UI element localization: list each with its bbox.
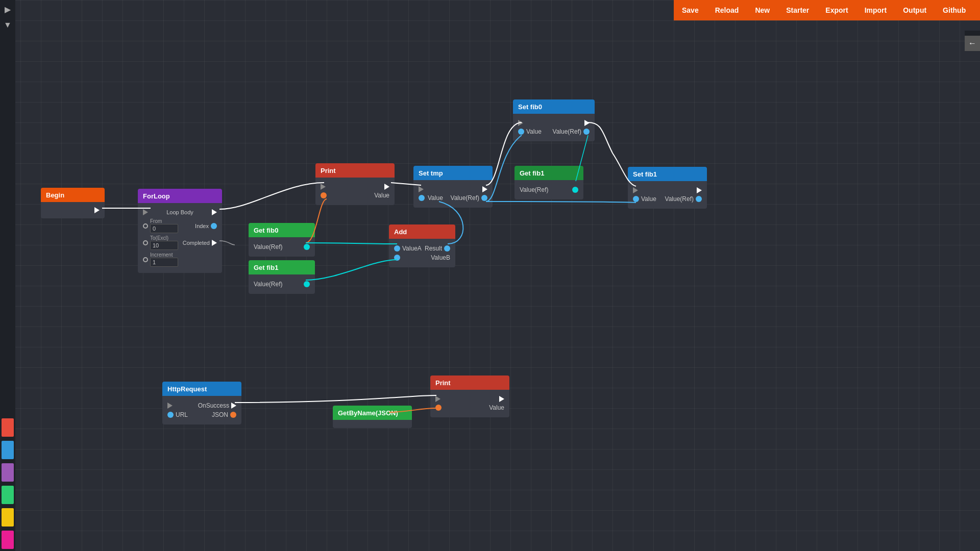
forloop-to-input[interactable] [150, 241, 178, 250]
canvas[interactable] [0, 0, 980, 551]
getfib1mid-value-row: Value(Ref) [520, 186, 578, 193]
node-getbyjson-title: GetByName(JSON) [338, 409, 398, 417]
node-getfib0[interactable]: Get fib0 Value(Ref) [249, 223, 315, 257]
setfib0-exec-out[interactable] [584, 120, 590, 126]
setfib0-exec-in[interactable] [518, 120, 523, 126]
node-add[interactable]: Add ValueA Result ValueB [389, 224, 455, 267]
httprequest-exec-in[interactable] [167, 403, 173, 409]
settmp-value-in-port[interactable] [419, 195, 425, 201]
httprequest-url-port[interactable] [167, 412, 174, 418]
new-button[interactable]: New [747, 0, 778, 20]
setfib1-exec-out[interactable] [697, 187, 702, 193]
add-result-port[interactable] [444, 245, 450, 252]
getfib1-value-label: Value(Ref) [254, 281, 282, 288]
print1-value-row: Value [321, 192, 389, 199]
node-getfib1-mid[interactable]: Get fib1 Value(Ref) [514, 166, 583, 199]
print2-exec-out[interactable] [499, 396, 504, 402]
print1-exec-in[interactable] [321, 184, 326, 190]
forloop-from-input[interactable] [150, 224, 178, 233]
forloop-from-port[interactable] [143, 223, 148, 229]
node-settmp-title: Set tmp [419, 169, 443, 177]
forloop-increment-input[interactable] [150, 258, 178, 267]
settmp-exec-out[interactable] [482, 186, 487, 192]
settmp-valueref-port[interactable] [481, 195, 487, 201]
add-valueb-port[interactable] [394, 255, 400, 261]
print1-exec-out[interactable] [384, 184, 389, 190]
sidebar-color-red[interactable] [2, 418, 14, 437]
node-print2[interactable]: Print Value [430, 375, 509, 417]
github-button[interactable]: Github [935, 0, 974, 20]
settmp-value-label: Value [428, 194, 443, 202]
node-begin-body [41, 202, 105, 218]
right-sidebar-arrow[interactable]: ← [965, 36, 980, 51]
getfib1-value-row: Value(Ref) [254, 281, 310, 288]
node-httprequest-body: OnSuccess URL JSON [162, 396, 241, 424]
node-setfib1-body: Value Value(Ref) [628, 181, 707, 209]
forloop-from-row: From Index [143, 218, 217, 233]
node-getfib0-header: Get fib0 [249, 223, 315, 237]
setfib0-valueref-label: Value(Ref) [553, 128, 581, 135]
reload-button[interactable]: Reload [707, 0, 747, 20]
output-button[interactable]: Output [895, 0, 935, 20]
sidebar-color-green[interactable] [2, 486, 14, 504]
node-getbyjson-body [333, 420, 412, 428]
setfib0-exec-row [518, 120, 590, 126]
setfib1-value-in-port[interactable] [633, 196, 639, 202]
forloop-completed-port[interactable] [212, 240, 217, 246]
node-add-header: Add [389, 224, 455, 239]
getfib1-value-port[interactable] [304, 281, 310, 287]
node-httprequest[interactable]: HttpRequest OnSuccess URL JSON [162, 382, 241, 424]
node-forloop-header: ForLoop [138, 189, 222, 203]
node-print2-body: Value [430, 390, 509, 417]
forloop-to-row: To(Excl) Completed [143, 235, 217, 250]
getfib0-value-row: Value(Ref) [254, 243, 310, 251]
node-begin[interactable]: Begin [41, 188, 105, 218]
node-setfib0-title: Set fib0 [518, 103, 542, 111]
code-button[interactable]: Code [974, 0, 980, 20]
httprequest-onsuccess-port[interactable] [231, 403, 236, 409]
node-getfib1-title: Get fib1 [254, 264, 278, 271]
node-settmp-header: Set tmp [413, 166, 493, 180]
getfib1mid-value-port[interactable] [572, 187, 578, 193]
node-add-body: ValueA Result ValueB [389, 239, 455, 267]
begin-exec-out[interactable] [94, 207, 100, 213]
node-getfib1-mid-title: Get fib1 [520, 169, 544, 177]
forloop-increment-port[interactable] [143, 257, 148, 262]
setfib1-exec-in[interactable] [633, 187, 638, 193]
sidebar-color-blue[interactable] [2, 441, 14, 459]
node-print1[interactable]: Print Value [315, 163, 395, 205]
sidebar-arrow-down[interactable]: ▼ [2, 18, 14, 32]
print1-value-port[interactable] [321, 192, 327, 198]
sidebar-color-purple[interactable] [2, 463, 14, 482]
settmp-exec-in[interactable] [419, 186, 424, 192]
forloop-index-port[interactable] [211, 223, 217, 229]
node-getbyjson[interactable]: GetByName(JSON) [333, 406, 412, 428]
node-setfib0[interactable]: Set fib0 Value Value(Ref) [513, 99, 595, 141]
import-button[interactable]: Import [856, 0, 895, 20]
node-settmp[interactable]: Set tmp Value Value(Ref) [413, 166, 493, 208]
getfib0-value-port[interactable] [304, 244, 310, 250]
node-forloop[interactable]: ForLoop Loop Body From Index To(Excl) Co… [138, 189, 222, 273]
print2-exec-in[interactable] [435, 396, 440, 402]
node-getfib1[interactable]: Get fib1 Value(Ref) [249, 260, 315, 294]
sidebar-color-pink[interactable] [2, 531, 14, 549]
starter-button[interactable]: Starter [778, 0, 817, 20]
forloop-exec-in[interactable] [143, 209, 148, 215]
setfib0-value-label: Value [526, 128, 542, 135]
print2-value-port[interactable] [435, 405, 442, 411]
forloop-to-port[interactable] [143, 240, 148, 245]
forloop-loopbody-out[interactable] [212, 209, 217, 215]
export-button[interactable]: Export [817, 0, 856, 20]
add-valuea-port[interactable] [394, 245, 400, 252]
setfib1-valueref-port[interactable] [696, 196, 702, 202]
node-setfib1[interactable]: Set fib1 Value Value(Ref) [628, 167, 707, 209]
httprequest-json-port[interactable] [230, 412, 236, 418]
setfib0-value-in-port[interactable] [518, 129, 524, 135]
node-getfib0-title: Get fib0 [254, 227, 278, 234]
node-print1-body: Value [315, 178, 395, 205]
right-sidebar: ← [965, 31, 980, 51]
setfib0-valueref-port[interactable] [583, 129, 590, 135]
save-button[interactable]: Save [674, 0, 707, 20]
sidebar-color-yellow[interactable] [2, 508, 14, 527]
sidebar-arrow-right[interactable]: ▶ [3, 3, 13, 16]
